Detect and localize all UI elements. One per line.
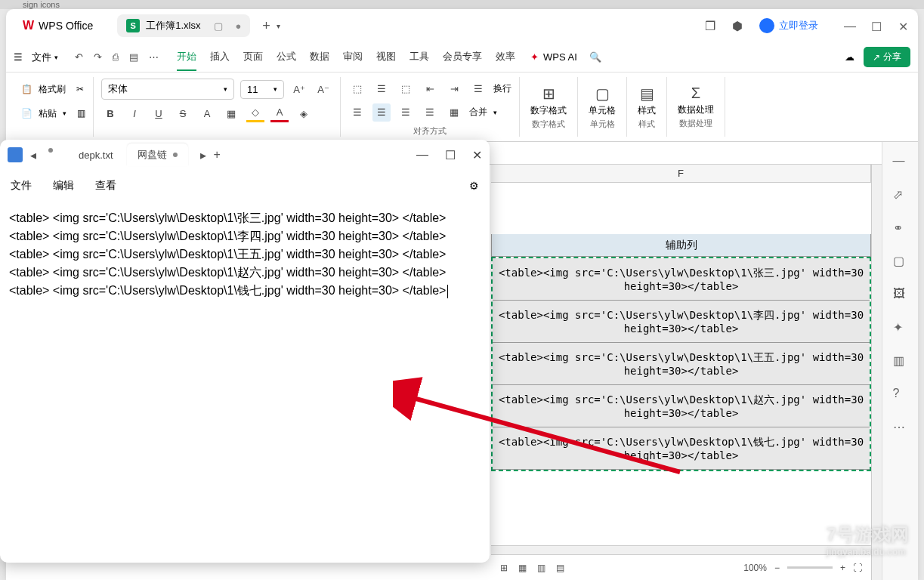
justify-icon[interactable]: ☰	[421, 103, 439, 122]
cut-icon[interactable]: ✂	[76, 84, 84, 94]
ribbon-number-format[interactable]: ⊞ 数字格式 数字格式	[520, 77, 578, 137]
view-icon[interactable]: ⊞	[500, 563, 508, 573]
align-right-icon[interactable]: ☰	[397, 103, 415, 122]
close-button[interactable]: ✕	[898, 20, 910, 32]
view-page-icon[interactable]: ▥	[537, 563, 545, 573]
sheet-grid[interactable]: 辅助列 <table><img src='C:\Users\ylw\Deskto…	[491, 183, 871, 545]
zoom-in-icon[interactable]: +	[840, 563, 845, 573]
cloud-icon[interactable]: ☁	[845, 51, 854, 63]
underline-button[interactable]: U	[150, 104, 168, 122]
font-increase-icon[interactable]: A⁺	[290, 80, 308, 98]
tab-dot-icon[interactable]: ●	[235, 20, 241, 32]
font-color-button[interactable]: A	[270, 104, 289, 122]
minimize-button[interactable]: —	[844, 20, 856, 32]
add-notepad-tab[interactable]: +	[214, 148, 221, 162]
align-middle-icon[interactable]: ☰	[372, 80, 391, 98]
notepad-tab-2[interactable]: 网盘链	[127, 143, 188, 166]
wrap-label[interactable]: 换行	[493, 82, 511, 95]
font-select[interactable]: 宋体 ▾	[101, 79, 234, 100]
maximize-button[interactable]: ☐	[871, 20, 883, 32]
cube-icon[interactable]: ⬢	[732, 19, 746, 32]
zoom-slider[interactable]	[787, 566, 833, 569]
image-icon[interactable]: 🖾	[893, 287, 908, 302]
cell[interactable]: <table><img src='C:\Users\ylw\Desktop\1\…	[493, 343, 870, 385]
cell[interactable]: <table><img src='C:\Users\ylw\Desktop\1\…	[493, 301, 870, 343]
fullscreen-icon[interactable]: ⛶	[853, 563, 862, 573]
notepad-edit-menu[interactable]: 编辑	[53, 179, 74, 193]
wps-ai[interactable]: ✦ WPS AI	[530, 51, 577, 63]
format-brush-label[interactable]: 格式刷	[39, 83, 66, 96]
zoom-out-icon[interactable]: −	[774, 563, 780, 573]
fill-color-button[interactable]: ◇	[246, 104, 264, 122]
document-tab[interactable]: S 工作簿1.xlsx ▢ ●	[117, 14, 250, 37]
notepad-content[interactable]: <table> <img src='C:\Users\ylw\Desktop\1…	[0, 202, 490, 563]
tab-review[interactable]: 审阅	[343, 44, 363, 71]
bookmark-icon[interactable]: ▥	[893, 353, 908, 369]
font-size-select[interactable]: 11 ▾	[240, 80, 284, 99]
wrap-icon[interactable]: ☰	[469, 80, 487, 98]
merge-icon[interactable]: ▦	[445, 103, 463, 122]
paste-label[interactable]: 粘贴	[39, 107, 57, 120]
aux-column-header[interactable]: 辅助列	[491, 234, 871, 257]
tab-page[interactable]: 页面	[243, 44, 263, 71]
login-button[interactable]: 立即登录	[759, 18, 818, 33]
vertical-scrollbar[interactable]	[871, 165, 882, 580]
bold-button[interactable]: B	[101, 104, 119, 122]
notepad-file-menu[interactable]: 文件	[11, 179, 32, 193]
notepad-settings-icon[interactable]: ⚙	[469, 180, 479, 192]
column-header-f[interactable]: F	[491, 165, 871, 183]
collapse-icon[interactable]: —	[893, 154, 908, 169]
cell[interactable]: <table><img src='C:\Users\ylw\Desktop\1\…	[493, 385, 870, 427]
hamburger-icon[interactable]: ☰	[14, 51, 23, 63]
cell[interactable]: <table><img src='C:\Users\ylw\Desktop\1\…	[493, 258, 870, 301]
border-button[interactable]: ▦	[222, 104, 240, 122]
tab-tools[interactable]: 工具	[409, 44, 429, 71]
tab-member[interactable]: 会员专享	[443, 44, 482, 71]
align-center-icon[interactable]: ☰	[372, 103, 391, 122]
horizontal-scrollbar[interactable]	[491, 545, 871, 554]
tab-start[interactable]: 开始	[177, 44, 196, 71]
nav-forward-icon[interactable]: ▸	[200, 148, 206, 162]
merge-label[interactable]: 合并	[469, 106, 487, 119]
more-sidebar-icon[interactable]: ⋯	[893, 420, 908, 435]
notepad-tab-1[interactable]: depk.txt	[68, 143, 124, 166]
file-menu[interactable]: 文件 ▾	[32, 51, 58, 64]
align-left-icon[interactable]: ☰	[348, 103, 366, 122]
view-layout-icon[interactable]: ▤	[556, 563, 564, 573]
selected-range[interactable]: <table><img src='C:\Users\ylw\Desktop\1\…	[491, 257, 871, 471]
copy-icon[interactable]: ❐	[705, 19, 718, 32]
link-icon[interactable]: ⚭	[893, 221, 908, 236]
browser-tab[interactable]: sign icons	[23, 0, 60, 9]
italic-button[interactable]: I	[125, 104, 144, 122]
add-tab-button[interactable]: +	[262, 18, 270, 34]
more-icon[interactable]: ⋯	[149, 51, 159, 63]
notepad-maximize[interactable]: ☐	[445, 148, 456, 162]
preview-icon[interactable]: ▤	[129, 51, 138, 63]
ribbon-data-proc[interactable]: Σ 数据处理 数据处理	[667, 77, 725, 137]
nav-back-icon[interactable]: ◂	[30, 148, 36, 162]
ribbon-style[interactable]: ▤ 样式 样式	[627, 77, 667, 137]
forward-icon[interactable]: ↷	[94, 51, 102, 63]
print-icon[interactable]: ⎙	[113, 51, 119, 63]
clipboard-icon[interactable]: ▥	[77, 108, 85, 119]
indent-decrease-icon[interactable]: ⇤	[421, 80, 439, 98]
clear-format-button[interactable]: ◈	[295, 104, 313, 122]
format-brush-icon[interactable]: 📋	[21, 84, 32, 94]
tab-view[interactable]: 视图	[376, 44, 396, 71]
help-icon[interactable]: ?	[893, 387, 908, 402]
notepad-close[interactable]: ✕	[472, 148, 482, 162]
tab-data[interactable]: 数据	[310, 44, 329, 71]
tab-more-icon[interactable]: ▾	[277, 22, 280, 30]
select-icon[interactable]: ⬀	[893, 187, 908, 202]
share-button[interactable]: ↗ 分享	[864, 47, 910, 67]
tab-insert[interactable]: 插入	[210, 44, 230, 71]
tab-formula[interactable]: 公式	[277, 44, 296, 71]
tab-window-icon[interactable]: ▢	[214, 20, 223, 32]
cell[interactable]: <table><img src='C:\Users\ylw\Desktop\1\…	[493, 427, 870, 470]
chevron-down-icon[interactable]: ▾	[63, 110, 66, 117]
search-icon[interactable]: 🔍	[589, 51, 601, 63]
notepad-view-menu[interactable]: 查看	[95, 179, 116, 193]
paste-icon[interactable]: 📄	[21, 108, 32, 119]
ribbon-cell[interactable]: ▢ 单元格 单元格	[578, 77, 627, 137]
tab-efficiency[interactable]: 效率	[496, 44, 515, 71]
